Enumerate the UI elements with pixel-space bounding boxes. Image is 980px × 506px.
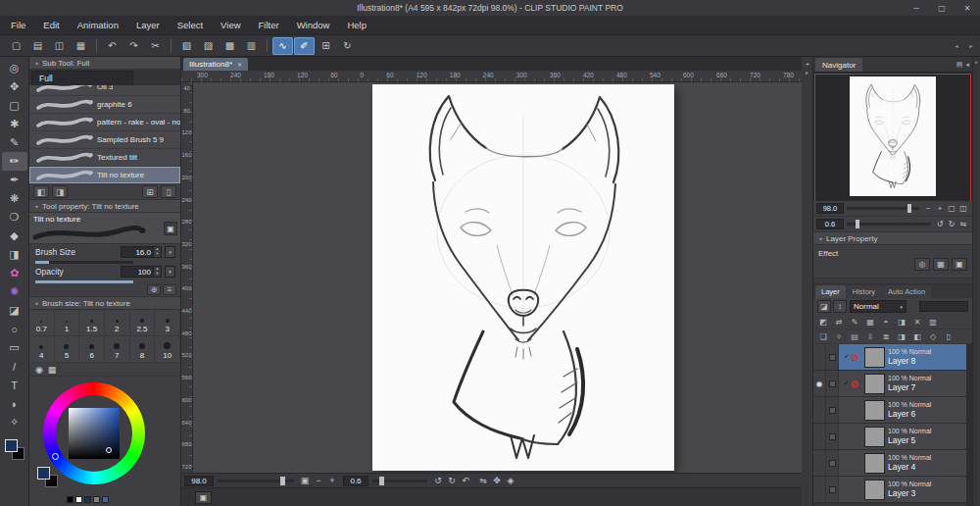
brush-size-preset[interactable]: 6 bbox=[79, 336, 105, 363]
zoom-out-button[interactable]: − bbox=[312, 475, 325, 486]
nav-flip-button[interactable]: ⇋ bbox=[957, 219, 969, 230]
collapse-right-icon[interactable]: ▸ bbox=[806, 69, 808, 76]
subtool-item[interactable]: pattern - rake - oval - no texture bbox=[29, 114, 180, 131]
fill-tool[interactable]: ◆ bbox=[2, 227, 27, 245]
close-button[interactable]: ✕ bbox=[955, 0, 980, 16]
brush-size-preset[interactable]: 1 bbox=[55, 310, 80, 336]
layer-checkbox[interactable] bbox=[826, 371, 839, 396]
document-tab[interactable]: Illustration8* bbox=[183, 58, 248, 71]
nav-zoom-value[interactable]: 98.0 bbox=[816, 203, 844, 214]
rotation-value[interactable]: 0.6 bbox=[343, 476, 368, 486]
navigator-preview[interactable] bbox=[813, 72, 972, 201]
layer-visibility-toggle[interactable] bbox=[813, 477, 826, 502]
menu-layer[interactable]: Layer bbox=[127, 20, 169, 30]
brush-size-preset[interactable]: 8 bbox=[130, 336, 156, 363]
separator[interactable] bbox=[263, 37, 271, 55]
frame-border-tool[interactable]: ▭ bbox=[2, 338, 27, 357]
open-file-button[interactable]: ▤ bbox=[27, 37, 48, 55]
subtool-item[interactable]: Sampled Brush 5 9 bbox=[29, 131, 180, 149]
invert-selection-button[interactable]: ▩ bbox=[220, 37, 240, 55]
eraser-tool[interactable]: ◪ bbox=[2, 301, 27, 320]
layer-visibility-toggle[interactable] bbox=[813, 424, 826, 449]
layer-row-content[interactable]: 100 % Normal Layer 4 bbox=[839, 450, 972, 476]
selection-tool[interactable]: ▢ bbox=[2, 96, 27, 115]
border-effect-button[interactable]: ◎ bbox=[914, 258, 930, 271]
auto-select-tool[interactable]: ✱ bbox=[2, 115, 27, 133]
undo-button[interactable]: ↶ bbox=[102, 37, 122, 55]
fit-to-screen-button[interactable]: ▣ bbox=[298, 475, 312, 486]
rotate-left-button[interactable]: ↺ bbox=[431, 475, 445, 486]
nav-rotate-left-button[interactable]: ↺ bbox=[934, 219, 946, 230]
lock-icon[interactable]: ▣ bbox=[164, 222, 177, 235]
decoration-tool[interactable]: ✿ bbox=[2, 264, 27, 282]
zoom-value[interactable]: 98.0 bbox=[184, 476, 214, 486]
chevron-down-icon[interactable] bbox=[165, 266, 175, 278]
nav-zoom-out-button[interactable]: − bbox=[922, 203, 934, 215]
subtool-item[interactable]: graphite 6 bbox=[29, 96, 180, 114]
pencil-tool[interactable]: ✏ bbox=[2, 152, 27, 171]
separator[interactable] bbox=[167, 37, 175, 55]
draft-layer-button[interactable]: ✎ bbox=[848, 316, 861, 328]
tab-auto-action[interactable]: Auto Action bbox=[882, 285, 931, 298]
layer-visibility-toggle[interactable] bbox=[813, 397, 826, 423]
minimize-button[interactable]: ─ bbox=[904, 0, 929, 16]
zoom-in-button[interactable]: + bbox=[325, 475, 339, 486]
tool-color-chips[interactable] bbox=[4, 439, 25, 463]
apply-mask-button[interactable]: ◧ bbox=[910, 330, 924, 342]
selection-border-button[interactable]: ▥ bbox=[241, 37, 262, 55]
layer-row-content[interactable]: 100 % Normal Layer 5 bbox=[839, 424, 972, 449]
layer-row[interactable]: 100 % Normal Layer 7 bbox=[813, 371, 972, 397]
blend-tool[interactable]: ❍ bbox=[2, 208, 27, 227]
tone-effect-button[interactable]: ▦ bbox=[933, 258, 949, 271]
brush-size-preset[interactable]: 0.7 bbox=[29, 310, 55, 336]
show-as-tile-button[interactable]: ◨ bbox=[52, 185, 68, 198]
pen-tool[interactable]: ✎ bbox=[2, 133, 27, 152]
layer-opacity-slider[interactable] bbox=[919, 301, 968, 312]
layer-row[interactable]: 100 % Normal Layer 3 bbox=[813, 477, 972, 503]
figure-tool[interactable]: ○ bbox=[2, 320, 27, 338]
collapse-left-icon[interactable]: ◂ bbox=[806, 60, 808, 67]
layer-thumbnail[interactable] bbox=[864, 347, 885, 368]
flip-view-button[interactable]: ⇋ bbox=[476, 475, 490, 486]
brush-size-preset[interactable]: 3 bbox=[155, 310, 180, 336]
lock-layer-button[interactable]: ▦ bbox=[863, 316, 877, 328]
show-as-list-button[interactable]: ◧ bbox=[33, 185, 49, 198]
select-rectangle-button[interactable]: ▧ bbox=[176, 37, 197, 55]
spinner-arrows-icon[interactable] bbox=[154, 246, 162, 258]
layer-row[interactable]: 100 % Normal Layer 5 bbox=[813, 424, 972, 450]
subview-button[interactable]: ◈ bbox=[504, 475, 517, 486]
show-detail-palette-button[interactable]: ≡ bbox=[163, 284, 176, 295]
main-color-chip[interactable] bbox=[5, 439, 18, 452]
tab-history[interactable]: History bbox=[847, 285, 881, 298]
register-material-button[interactable]: ◇ bbox=[926, 330, 940, 342]
subtool-item[interactable]: Tilt no texture bbox=[29, 167, 180, 184]
enable-mask-button[interactable]: ◨ bbox=[895, 316, 908, 328]
brush-size-preset[interactable]: 7 bbox=[105, 336, 130, 363]
subtool-group-tab[interactable]: Full bbox=[31, 71, 133, 85]
deselect-button[interactable]: ▨ bbox=[198, 37, 219, 55]
property-slider[interactable] bbox=[35, 261, 133, 264]
timeline-button[interactable]: ▣ bbox=[195, 491, 212, 504]
layer-checkbox[interactable] bbox=[826, 450, 839, 476]
layer-row[interactable]: 100 % Normal Layer 8 bbox=[813, 344, 972, 371]
menu-select[interactable]: Select bbox=[169, 20, 212, 30]
color-set-tab-icon[interactable]: ▦ bbox=[48, 365, 57, 375]
transfer-down-button[interactable]: ⇩ bbox=[863, 330, 877, 342]
layer-thumbnail[interactable] bbox=[864, 400, 885, 421]
canvas[interactable] bbox=[372, 84, 674, 471]
clear-button[interactable]: ✂ bbox=[145, 37, 166, 55]
sv-marker-icon[interactable] bbox=[106, 447, 112, 453]
panel-collapse-icon[interactable]: ◂ bbox=[965, 61, 969, 69]
snap-to-ruler-button[interactable]: ∿ bbox=[272, 37, 293, 55]
brush-preview[interactable]: Tilt no texture ▣ bbox=[29, 213, 180, 244]
rotate-view-button[interactable]: ↻ bbox=[337, 37, 358, 55]
brush-size-preset[interactable]: 10 bbox=[155, 336, 180, 363]
brush-size-preset[interactable]: 2 bbox=[105, 310, 130, 336]
layer-thumbnail[interactable] bbox=[864, 453, 885, 474]
blend-mode-select[interactable]: Normal bbox=[850, 300, 906, 313]
nav-rotate-right-button[interactable]: ↻ bbox=[946, 219, 957, 230]
new-file-button[interactable]: ▢ bbox=[6, 37, 26, 55]
snap-to-special-ruler-button[interactable]: ✐ bbox=[294, 37, 315, 55]
nav-rotation-value[interactable]: 0.6 bbox=[816, 219, 844, 229]
brush-size-preset[interactable]: 2.5 bbox=[130, 310, 156, 336]
